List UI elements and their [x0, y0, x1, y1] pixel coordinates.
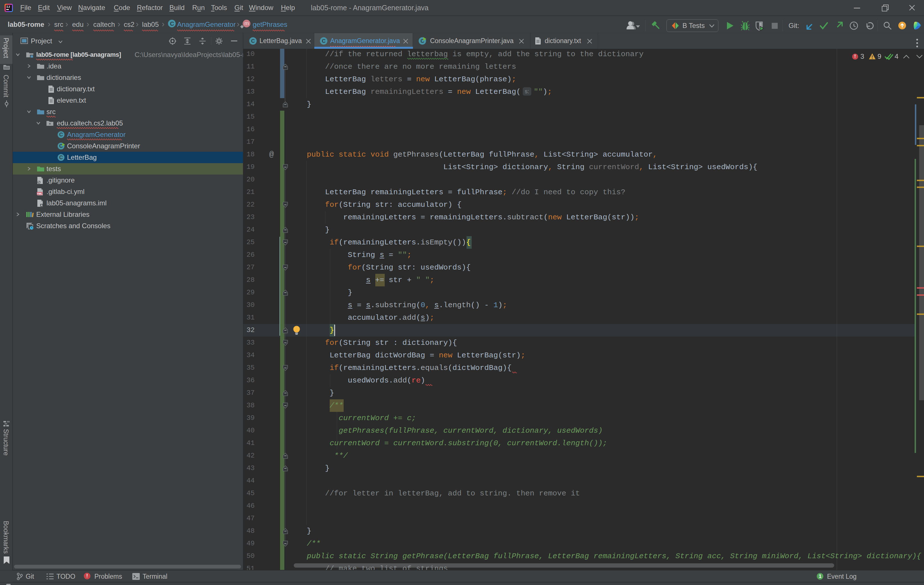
svg-text:C: C — [59, 155, 63, 160]
svg-text:YML: YML — [37, 192, 43, 195]
svg-text:C: C — [322, 38, 326, 44]
svg-text:C: C — [59, 132, 63, 137]
svg-text:C: C — [251, 38, 255, 44]
